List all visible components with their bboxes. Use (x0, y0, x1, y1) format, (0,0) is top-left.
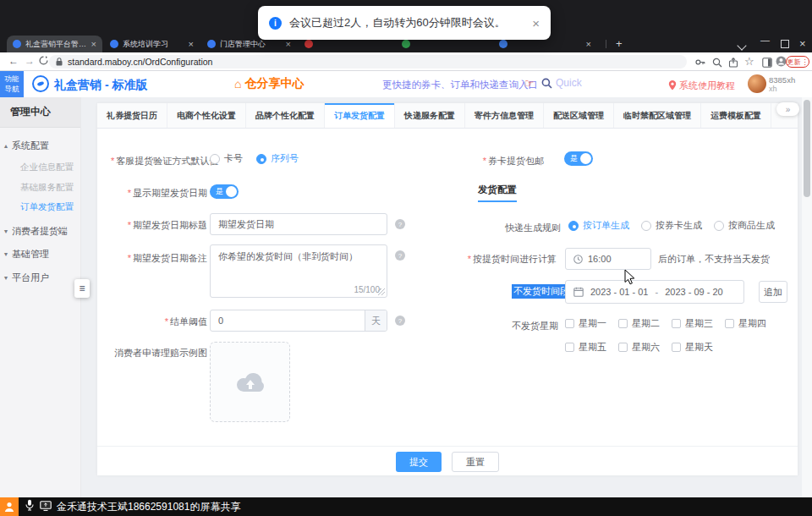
checkbox-sunday[interactable]: 星期天 (672, 341, 713, 354)
weekday-row-1: 星期一 星期二 星期三 星期四 (565, 317, 766, 330)
new-tab-button[interactable]: + (616, 37, 623, 50)
sidebar-group-basic-mgmt[interactable]: ▼ 基础管理 (0, 246, 81, 261)
tab-brand-custom[interactable]: 品牌个性化配置 (246, 103, 325, 128)
radio-serial-number[interactable]: 序列号 (256, 152, 299, 165)
sidebar-item-basic-service[interactable]: 基础服务配置 (20, 181, 74, 195)
url-bar[interactable]: standard.maboy.cn/OrdConfiguration (49, 55, 687, 69)
sidebar-item-order-shipping[interactable]: 订单发货配置 (20, 200, 74, 214)
triangle-down-icon: ▼ (0, 251, 12, 257)
closing-threshold-input[interactable]: 天 (210, 310, 387, 332)
upload-dropzone[interactable] (210, 342, 290, 422)
feature-nav-button[interactable]: 功能导航 (0, 71, 24, 97)
radio-by-product[interactable]: 按商品生成 (714, 219, 775, 232)
checkbox-thursday[interactable]: 星期四 (725, 317, 766, 330)
radio-icon (210, 154, 220, 164)
tab-sender-info[interactable]: 寄件方信息管理 (465, 103, 544, 128)
window-maximize-button[interactable] (781, 40, 789, 50)
tab-freight-template[interactable]: 运费模板配置 (701, 103, 771, 128)
sidebar-item-enterprise-info[interactable]: 企业信息配置 (20, 161, 74, 174)
checkbox-monday[interactable]: 星期一 (565, 317, 606, 330)
more-icon: ⋮ (802, 58, 809, 66)
radio-by-coupon[interactable]: 按券卡生成 (641, 219, 702, 232)
express-rule-radios: 按订单生成 按券卡生成 按商品生成 (568, 219, 775, 232)
scrollbar-thumb[interactable] (804, 100, 810, 197)
side-panel-icon[interactable] (762, 58, 772, 71)
reload-icon[interactable] (39, 56, 48, 69)
tab-close-icon[interactable]: × (189, 40, 194, 49)
tab-close-icon[interactable]: × (91, 40, 96, 49)
screen-share-bar: 金禾通技术王斌18662591081的屏幕共享 (0, 497, 812, 516)
tutorial-link[interactable]: 系统使用教程 (679, 80, 735, 92)
resize-handle-icon[interactable] (378, 288, 385, 295)
no-ship-date-range-input[interactable]: 2023 - 01 - 01 - 2023 - 09 - 20 (565, 280, 744, 304)
bookmark-star-icon[interactable]: ☆ (744, 55, 754, 68)
tab-close-icon[interactable]: × (586, 40, 591, 49)
help-icon[interactable]: ? (395, 316, 405, 326)
radio-by-order[interactable]: 按订单生成 (568, 219, 629, 232)
tab-order-shipping-config[interactable]: 订单发货配置 (325, 103, 395, 128)
meeting-toast: i 会议已超过2人，自动转为60分钟限时会议。 × (258, 6, 551, 40)
checkbox-icon (565, 343, 574, 352)
show-expected-date-toggle[interactable]: 是 (210, 184, 239, 199)
quick-search[interactable]: Quick (541, 77, 582, 89)
toast-message: 会议已超过2人，自动转为60分钟限时会议。 (289, 15, 506, 30)
sidebar-group-consumer[interactable]: ▼ 消费者提货端 (0, 223, 81, 239)
expected-date-note-textarea[interactable]: 你希望的发货时间（非到货时间） 15/100 (210, 244, 387, 298)
tab-express-service[interactable]: 快递服务配置 (395, 103, 465, 128)
sidebar-group-system-config[interactable]: ▲ 系统配置 (0, 138, 81, 153)
app-title: 礼盒营销 - 标准版 (54, 78, 147, 93)
help-icon[interactable]: ? (395, 250, 405, 261)
sidebar-collapse-handle[interactable]: ≡ (74, 279, 90, 298)
back-icon[interactable]: ← (8, 55, 19, 68)
expected-date-title-input[interactable] (210, 213, 387, 235)
reset-button[interactable]: 重置 (452, 452, 499, 472)
calendar-icon (573, 287, 584, 297)
checkbox-icon (725, 319, 734, 328)
browser-tab-title: 系统培训学习 (123, 39, 184, 50)
forward-icon[interactable]: → (25, 55, 35, 68)
zoom-icon[interactable] (712, 58, 722, 71)
profile-avatar-icon[interactable] (776, 56, 787, 70)
tab-favicon (13, 40, 21, 48)
tab-temp-banned-area[interactable]: 临时禁配区域管理 (614, 103, 701, 128)
append-range-button[interactable]: 追加 (759, 281, 787, 303)
free-shipping-toggle[interactable]: 是 (564, 151, 593, 166)
share-icon[interactable] (728, 58, 738, 71)
user-name: 8385xh xh (769, 75, 795, 94)
checkbox-friday[interactable]: 星期五 (565, 341, 606, 354)
browser-update-button[interactable]: 更新⋮ (786, 56, 809, 68)
window-close-button[interactable]: × (799, 37, 806, 50)
help-icon[interactable]: ? (395, 219, 405, 229)
triangle-up-icon: ▲ (0, 143, 12, 149)
tab-coupon-calendar[interactable]: 礼券提货日历 (97, 103, 167, 128)
tab-search-icon[interactable] (738, 41, 745, 51)
radio-card-number[interactable]: 卡号 (210, 152, 243, 165)
tabbar-expand-button[interactable]: » (776, 102, 799, 116)
checkbox-icon (565, 319, 574, 328)
screen-share-icon[interactable] (40, 499, 52, 514)
tab-delivery-area[interactable]: 配送区域管理 (544, 103, 614, 128)
checkbox-wednesday[interactable]: 星期三 (672, 317, 713, 330)
tab-close-icon[interactable]: × (286, 40, 291, 49)
radio-icon (714, 221, 724, 231)
share-center-link[interactable]: ⌂ 仓分享中心 (234, 76, 304, 91)
pickup-time-input[interactable]: 16:00 (565, 248, 651, 270)
checkbox-tuesday[interactable]: 星期二 (618, 317, 660, 330)
clock-icon (573, 255, 583, 264)
password-key-icon[interactable] (695, 58, 705, 70)
toast-close-icon[interactable]: × (532, 16, 540, 30)
submit-button[interactable]: 提交 (396, 452, 442, 472)
checkbox-saturday[interactable]: 星期六 (618, 341, 660, 354)
tab-ecommerce-custom[interactable]: 电商个性化设置 (167, 103, 246, 128)
no-ship-range-label: 不发货时间段 (512, 284, 571, 299)
user-avatar[interactable] (748, 74, 766, 93)
free-shipping-label: *券卡提货包邮 (483, 155, 544, 167)
microphone-icon[interactable] (25, 499, 34, 514)
browser-tab-1[interactable]: 礼盒营销平台管理中心 × (7, 36, 102, 52)
sidebar-group-platform-users[interactable]: ▼ 平台用户 (0, 270, 81, 285)
content-card: 礼券提货日历 电商个性化设置 品牌个性化配置 订单发货配置 快递服务配置 寄件方… (97, 103, 798, 475)
browser-tab-2[interactable]: 系统培训学习 × (104, 36, 200, 52)
window-minimize-button[interactable]: — (760, 35, 770, 45)
triangle-down-icon: ▼ (0, 228, 12, 234)
sharer-avatar-icon (0, 497, 19, 516)
